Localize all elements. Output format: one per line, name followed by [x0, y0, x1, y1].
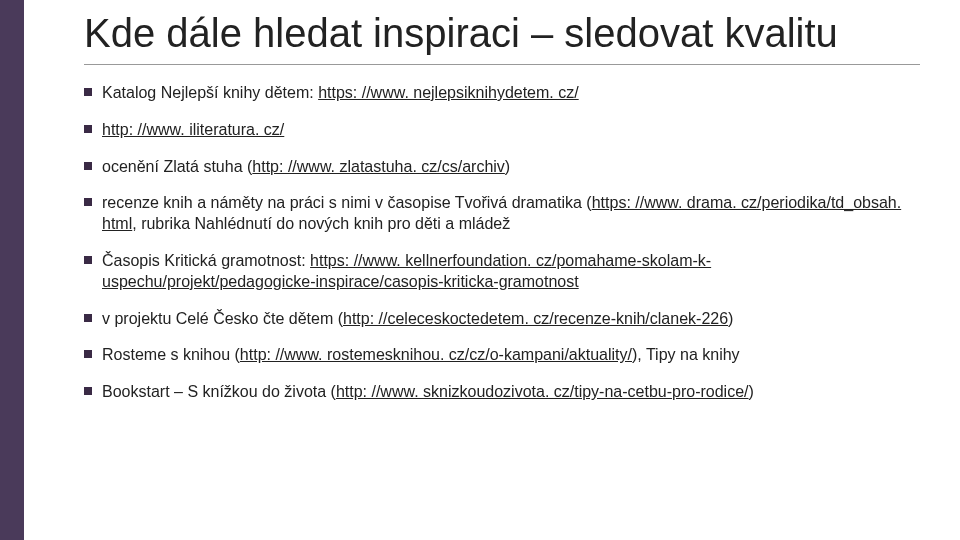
bullet-text-pre: ocenění Zlatá stuha ( — [102, 158, 252, 175]
bullet-text-pre: Bookstart – S knížkou do života ( — [102, 383, 336, 400]
bullet-text-pre: v projektu Celé Česko čte dětem ( — [102, 310, 343, 327]
bullet-text-post: ) — [505, 158, 510, 175]
bullet-text-pre: Časopis Kritická gramotnost: — [102, 252, 310, 269]
bullet-link[interactable]: http: //www. iliteratura. cz/ — [102, 121, 284, 138]
bullet-link[interactable]: http: //www. rostemesknihou. cz/cz/o-kam… — [240, 346, 632, 363]
bullet-text-pre: Rosteme s knihou ( — [102, 346, 240, 363]
bullet-text-post: ), Tipy na knihy — [632, 346, 740, 363]
list-item: ocenění Zlatá stuha (http: //www. zlatas… — [84, 157, 920, 178]
list-item: Katalog Nejlepší knihy dětem: https: //w… — [84, 83, 920, 104]
slide-title: Kde dále hledat inspiraci – sledovat kva… — [84, 0, 920, 65]
bullet-link[interactable]: https: //www. nejlepsiknihydetem. cz/ — [318, 84, 579, 101]
list-item: Rosteme s knihou (http: //www. rostemesk… — [84, 345, 920, 366]
slide-content: Kde dále hledat inspiraci – sledovat kva… — [24, 0, 960, 540]
list-item: Bookstart – S knížkou do života (http: /… — [84, 382, 920, 403]
list-item: recenze knih a náměty na práci s nimi v … — [84, 193, 920, 235]
bullet-text-post: ) — [749, 383, 754, 400]
list-item: Časopis Kritická gramotnost: https: //ww… — [84, 251, 920, 293]
bullet-text-post: , rubrika Nahlédnutí do nových knih pro … — [132, 215, 510, 232]
list-item: http: //www. iliteratura. cz/ — [84, 120, 920, 141]
bullet-text-pre: Katalog Nejlepší knihy dětem: — [102, 84, 318, 101]
list-item: v projektu Celé Česko čte dětem (http: /… — [84, 309, 920, 330]
accent-bar — [0, 0, 24, 540]
bullet-link[interactable]: http: //celeceskoctedetem. cz/recenze-kn… — [343, 310, 728, 327]
bullet-link[interactable]: http: //www. zlatastuha. cz/cs/archiv — [252, 158, 505, 175]
bullet-list: Katalog Nejlepší knihy dětem: https: //w… — [84, 83, 920, 403]
bullet-link[interactable]: http: //www. sknizkoudozivota. cz/tipy-n… — [336, 383, 749, 400]
bullet-text-post: ) — [728, 310, 733, 327]
bullet-text-pre: recenze knih a náměty na práci s nimi v … — [102, 194, 592, 211]
